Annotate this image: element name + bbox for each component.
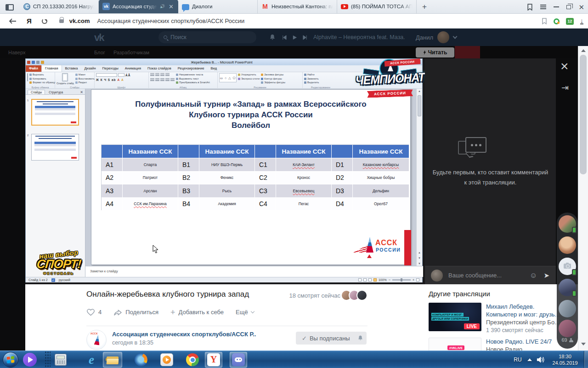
viewer-avatar[interactable] <box>559 279 576 296</box>
ppt-tab-view[interactable]: Вид <box>208 65 220 72</box>
justify-icon[interactable] <box>165 78 170 82</box>
new-tab-button[interactable]: + <box>417 2 432 13</box>
font-style-buttons[interactable]: Ж К Ч S ab А А <box>96 78 130 81</box>
stream-thumbnail[interactable]: КОМПЬЮТЕР И МОЗГ: ДРУЗЬЯ ИЛИ СОПЕРНИКИ L… <box>429 303 481 331</box>
emoji-icon[interactable]: ☺ <box>530 271 537 280</box>
slide-thumbnail-2[interactable] <box>31 134 79 161</box>
taskbar-discord-button[interactable] <box>230 352 247 368</box>
back-to-top-link[interactable]: Наверх <box>8 50 25 55</box>
address-host[interactable]: vk.com <box>69 17 90 24</box>
browser-tab-gmail[interactable]: M Неизвестный Кантона: пле <box>258 0 337 13</box>
shapes-gallery[interactable]: ▭ ○ △ ⬠ <box>219 73 237 82</box>
taskbar-firefox-icon[interactable] <box>134 351 148 368</box>
copy-button[interactable]: Копировать <box>29 77 55 81</box>
taskbar-ie-icon[interactable]: e <box>85 351 98 368</box>
format-painter-button[interactable]: Формат по образцу <box>29 81 55 85</box>
user-menu[interactable]: Данил <box>416 31 457 43</box>
next-track-icon[interactable] <box>303 35 308 40</box>
bookmarks-flag-icon[interactable] <box>527 4 533 11</box>
ppt-tab-insert[interactable]: Вставка <box>62 65 81 72</box>
layout-button[interactable]: Макет <box>75 73 95 77</box>
language-indicator[interactable]: RU <box>511 351 525 368</box>
stream-link[interactable]: Новое Радио. LIVE 24/7 <box>486 338 552 345</box>
slide-thumbnail-1[interactable] <box>31 99 79 126</box>
follow-read-button[interactable]: Читать <box>416 47 454 58</box>
notifications-bell-button[interactable] <box>354 332 367 345</box>
quick-access-toolbar[interactable] <box>27 61 44 64</box>
align-left-icon[interactable] <box>150 78 154 82</box>
shape-outline-button[interactable]: Контур фигуры <box>261 77 285 81</box>
browser-tab-sp[interactable]: СП 20.13330.2016 Нагрузк <box>19 0 99 13</box>
reset-button[interactable]: Восстановить <box>75 77 95 81</box>
find-button[interactable]: Найти <box>304 73 319 77</box>
ppt-tab-file[interactable]: Файл <box>26 65 41 72</box>
theater-mode-icon[interactable]: ⇥ <box>561 82 569 93</box>
prev-slide-icon[interactable]: ▲ <box>417 251 422 254</box>
more-button[interactable]: Ещё <box>236 309 254 316</box>
yandex-logo-icon[interactable]: Я <box>27 17 32 25</box>
viewer-avatar[interactable] <box>559 215 576 233</box>
close-icon[interactable]: × <box>560 58 569 74</box>
community-avatar[interactable]: АССК <box>86 330 107 350</box>
now-playing-track[interactable]: Alphavite – Невероятна feat. Маза... <box>313 34 405 40</box>
add-to-self-button[interactable]: + Добавить к себе <box>170 309 224 316</box>
reading-view-icon[interactable] <box>368 278 372 282</box>
numbering-icon[interactable] <box>155 73 159 77</box>
fit-to-window-icon[interactable] <box>416 278 419 282</box>
stream-link[interactable]: Михаил Лебедев. <box>486 303 560 310</box>
window-close-button[interactable]: ✕ <box>578 4 584 11</box>
https-lock-icon[interactable] <box>59 19 64 23</box>
nav-dev-link[interactable]: Разработчикам <box>113 50 149 55</box>
share-button[interactable]: Поделиться <box>113 309 158 316</box>
ppt-tab-review[interactable]: Рецензирование <box>175 65 208 72</box>
quick-styles-button[interactable]: Экспресс-стили <box>238 77 260 81</box>
nav-blog-link[interactable]: Блог <box>94 50 105 55</box>
stream-list-item[interactable]: #VKLIVE Новое Радио. LIVE 24/7 Новое Рад… <box>429 338 552 351</box>
bookmark-flag-icon[interactable] <box>542 18 547 24</box>
text-direction-button[interactable]: Направление текста <box>176 73 210 77</box>
next-slide-icon[interactable]: ▼ <box>417 257 422 259</box>
vk-logo[interactable]: vk <box>94 32 103 44</box>
ppt-tab-slideshow[interactable]: Показ слайдов <box>144 65 175 72</box>
align-right-icon[interactable] <box>160 78 164 82</box>
bullets-icon[interactable] <box>150 73 154 77</box>
page-scrollbar[interactable] <box>578 46 588 351</box>
normal-view-icon[interactable] <box>358 278 362 282</box>
zoom-in-icon[interactable]: + <box>413 278 414 282</box>
taskbar-yandex-button[interactable]: Y <box>205 352 222 368</box>
viewer-avatar[interactable] <box>559 320 576 337</box>
browser-tab-youtube[interactable]: (85) ПОЙМАЛ ТОТСА АПЛ <box>337 0 417 13</box>
paste-icon[interactable] <box>27 73 28 81</box>
bell-icon[interactable] <box>269 34 276 41</box>
start-button[interactable] <box>2 351 19 368</box>
taskbar-calculator-icon[interactable] <box>54 351 67 368</box>
viewer-avatar[interactable] <box>559 236 576 254</box>
pane-close-icon[interactable]: ✕ <box>80 90 83 94</box>
slide[interactable]: Полуфинальный турнир «Запад» в рамках Вс… <box>91 89 411 265</box>
sidebar-panel-icon[interactable] <box>6 4 14 11</box>
scroll-up-icon[interactable] <box>581 49 586 52</box>
prev-track-icon[interactable] <box>282 35 287 40</box>
live-stream-video[interactable]: Жеребьевка В... - Microsoft PowerPoint —… <box>25 58 425 284</box>
clock[interactable]: 18:30 24.05.2019 <box>548 351 582 368</box>
adblock-badge[interactable]: 12 <box>566 18 574 25</box>
scroll-down-icon[interactable]: ▼ <box>417 262 422 265</box>
cut-button[interactable]: Вырезать <box>29 73 55 77</box>
taskbar-explorer-button[interactable] <box>103 352 122 368</box>
grow-shrink-font[interactable]: А́А̌ <box>125 74 130 77</box>
window-minimize-button[interactable] <box>554 6 559 7</box>
window-restore-button[interactable] <box>566 5 571 9</box>
extension-icon[interactable] <box>554 18 560 24</box>
font-size-box[interactable] <box>118 73 124 77</box>
browser-tab-dialogs[interactable]: Диалоги <box>178 0 258 13</box>
send-icon[interactable]: ➤ <box>543 271 549 280</box>
search-input[interactable]: Поиск <box>158 31 256 43</box>
downloads-icon[interactable]: ↓ <box>580 18 583 24</box>
tab-close-icon[interactable]: ✕ <box>168 3 175 10</box>
tray-expand-icon[interactable] <box>526 351 533 368</box>
tab-audio-icon[interactable]: 🔊 <box>160 4 165 9</box>
volume-icon[interactable] <box>535 351 546 368</box>
browser-tab-vk-active[interactable]: vk Ассоциация студенч 🔊 ✕ <box>99 0 178 13</box>
zoom-out-icon[interactable]: − <box>389 278 390 282</box>
stream-list-item[interactable]: КОМПЬЮТЕР И МОЗГ: ДРУЗЬЯ ИЛИ СОПЕРНИКИ L… <box>429 303 560 334</box>
